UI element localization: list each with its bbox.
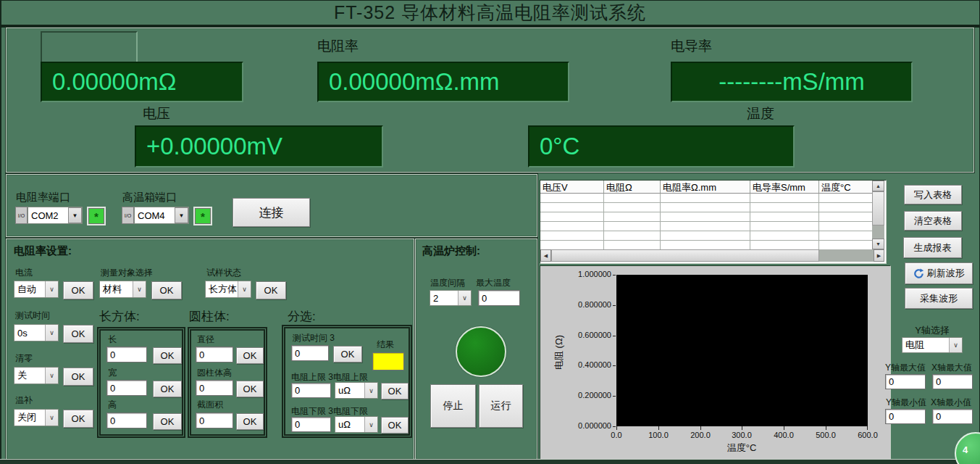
- conductivity-display: --------mS/mm: [671, 62, 913, 102]
- test-time-select[interactable]: 0s ∨: [14, 324, 59, 341]
- x-tick: 200.0: [684, 431, 716, 439]
- temp-comp-ok-button[interactable]: OK: [63, 410, 93, 428]
- sorting-upper-ok-button[interactable]: OK: [381, 383, 409, 399]
- cuboid-length-ok-button[interactable]: OK: [153, 347, 182, 364]
- chevron-down-icon[interactable]: ∨: [45, 281, 58, 297]
- connection-panel: 电阻率端口 I/O COM2 ▼ * 高温箱端口 I/O COM4 ▼ * 连接: [6, 174, 537, 237]
- scroll-left-icon[interactable]: ◀: [540, 249, 551, 262]
- cuboid-width-ok-button[interactable]: OK: [153, 381, 182, 397]
- cylinder-area-ok-button[interactable]: OK: [236, 413, 264, 430]
- port-refresh-icon[interactable]: *: [195, 208, 211, 224]
- cuboid-height-input[interactable]: [106, 413, 147, 428]
- cuboid-width-label: 宽: [108, 367, 117, 379]
- y-tick: 0.200000: [559, 391, 611, 399]
- x-tick-mark: [742, 426, 742, 430]
- refresh-wave-label: 刷新波形: [927, 267, 965, 280]
- capture-wave-button[interactable]: 采集波形: [905, 288, 973, 309]
- y-tick: 0.400000: [559, 360, 611, 369]
- x-tick-mark: [784, 426, 784, 430]
- cylinder-frame: 直径 OK 圆柱体高 OK 截面积 OK: [188, 327, 267, 438]
- resistivity-port-select[interactable]: COM2 ▼: [28, 207, 83, 224]
- chevron-down-icon[interactable]: ∨: [45, 325, 58, 341]
- chart-plot-area[interactable]: [616, 275, 868, 426]
- stop-button[interactable]: 停止: [430, 384, 476, 428]
- measure-object-ok-button[interactable]: OK: [151, 281, 182, 299]
- x-min-input[interactable]: [932, 409, 973, 424]
- chevron-down-icon[interactable]: ∨: [364, 383, 377, 398]
- temp-comp-select[interactable]: 关闭 ∨: [14, 409, 59, 426]
- sample-state-select[interactable]: 长方体 ∨: [205, 281, 251, 298]
- sorting-test-time-ok-button[interactable]: OK: [333, 346, 362, 362]
- sorting-test-time-input[interactable]: [291, 345, 329, 361]
- current-ok-button[interactable]: OK: [63, 281, 93, 299]
- x-tick: 400.0: [768, 431, 800, 439]
- chevron-down-icon[interactable]: ∨: [949, 338, 962, 352]
- scroll-down-icon[interactable]: ▼: [872, 239, 884, 249]
- sorting-lower-input[interactable]: [291, 417, 331, 432]
- cuboid-width-input[interactable]: [106, 380, 147, 396]
- generate-report-button[interactable]: 生成报表: [903, 237, 962, 258]
- furnace-port-select[interactable]: COM4 ▼: [134, 207, 189, 224]
- table-vscroll-thumb[interactable]: [872, 191, 884, 225]
- sample-state-label: 试样状态: [206, 267, 241, 279]
- cylinder-diameter-label: 直径: [197, 334, 214, 346]
- chevron-down-icon[interactable]: ∨: [45, 368, 58, 384]
- sorting-lower-unit-select[interactable]: uΩ ∨: [335, 416, 378, 433]
- y-max-input[interactable]: [885, 374, 926, 389]
- cylinder-height-ok-button[interactable]: OK: [236, 381, 264, 397]
- sorting-lower-ok-button[interactable]: OK: [381, 417, 409, 434]
- cylinder-diameter-input[interactable]: [196, 347, 233, 362]
- chevron-down-icon[interactable]: ∨: [238, 281, 251, 297]
- table-hscroll-thumb[interactable]: [551, 249, 819, 262]
- temperature-value: 0°C: [540, 133, 579, 160]
- sorting-upper-input[interactable]: [291, 383, 331, 398]
- resistivity-port-label: 电阻率端口: [16, 191, 70, 204]
- cylinder-height-input[interactable]: [196, 380, 233, 396]
- measure-object-select[interactable]: 材料 ∨: [99, 281, 146, 298]
- y-axis-select[interactable]: 电阻 ∨: [902, 337, 963, 353]
- y-tick-mark: [613, 336, 616, 336]
- furnace-header: 高温炉控制:: [422, 244, 480, 258]
- chevron-down-icon[interactable]: ∨: [45, 410, 58, 426]
- chevron-down-icon[interactable]: ∨: [364, 417, 377, 432]
- sorting-frame: 测试时间 3 OK 结果 电阻上限 3电阻上限 uΩ ∨ OK 电阻下限 3电阻…: [282, 325, 412, 438]
- zeroing-ok-button[interactable]: OK: [63, 368, 93, 386]
- x-tick: 500.0: [810, 431, 842, 439]
- chevron-down-icon[interactable]: ∨: [133, 281, 146, 297]
- zeroing-select[interactable]: 关 ∨: [14, 367, 59, 384]
- empty-label-box: [41, 31, 138, 63]
- temp-interval-select[interactable]: 2 ∨: [430, 290, 472, 306]
- dropdown-arrow-icon[interactable]: ▼: [175, 207, 188, 223]
- scroll-right-icon[interactable]: ▶: [874, 249, 884, 262]
- scroll-up-icon[interactable]: ▲: [872, 181, 884, 191]
- dropdown-arrow-icon[interactable]: ▼: [68, 207, 82, 223]
- port-refresh-icon[interactable]: *: [88, 208, 104, 224]
- current-select[interactable]: 自动 ∨: [14, 281, 59, 298]
- max-temp-label: 最大温度: [476, 277, 511, 289]
- connect-button[interactable]: 连接: [233, 198, 310, 227]
- sample-state-ok-button[interactable]: OK: [256, 281, 286, 299]
- cuboid-length-input[interactable]: [106, 347, 147, 362]
- x-max-input[interactable]: [932, 374, 973, 389]
- test-time-ok-button[interactable]: OK: [63, 325, 93, 343]
- cuboid-height-ok-button[interactable]: OK: [153, 413, 182, 430]
- x-tick: 100.0: [642, 431, 674, 439]
- run-button[interactable]: 运行: [479, 384, 523, 428]
- chevron-down-icon[interactable]: ∨: [458, 291, 471, 305]
- max-temp-input[interactable]: [478, 290, 520, 306]
- write-table-button[interactable]: 写入表格: [904, 185, 962, 204]
- table-header-resistivity: 电阻率Ω.mm: [661, 181, 750, 193]
- clear-table-button[interactable]: 清空表格: [904, 211, 962, 231]
- cylinder-area-input[interactable]: [196, 413, 233, 428]
- measure-object-value: 材料: [100, 281, 133, 297]
- y-min-input[interactable]: [885, 409, 926, 424]
- y-tick: 0.600000: [559, 331, 611, 339]
- refresh-wave-button[interactable]: 刷新波形: [905, 262, 973, 284]
- resistance-value: 0.00000mΩ: [52, 68, 176, 96]
- sorting-upper-unit-select[interactable]: uΩ ∨: [335, 382, 378, 399]
- table-body[interactable]: [540, 194, 872, 250]
- corner-notification-badge[interactable]: 4: [955, 432, 980, 464]
- conductivity-label: 电导率: [671, 37, 712, 56]
- furnace-panel: 高温炉控制: 温度间隔 最大温度 2 ∨ 停止 运行: [415, 239, 537, 460]
- cylinder-diameter-ok-button[interactable]: OK: [236, 347, 264, 364]
